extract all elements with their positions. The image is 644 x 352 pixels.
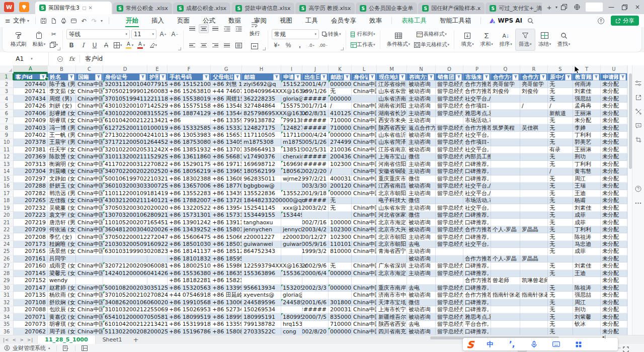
cell[interactable]: / (329, 103, 352, 110)
cell[interactable]: 110105200207165451 (103, 219, 147, 226)
cell[interactable]: 2000/7/5 (302, 313, 329, 320)
wps-ai-button[interactable]: WPS AI (489, 17, 522, 24)
selection-stats-icon[interactable] (63, 345, 69, 351)
cell[interactable]: 未分配 (601, 321, 627, 328)
filter-icon[interactable] (593, 74, 599, 80)
tools-icon[interactable] (634, 108, 642, 115)
cell[interactable]: 主动咨询 (407, 103, 436, 110)
filter-icon[interactable] (68, 74, 74, 80)
cell[interactable]: +86 1533258500 (211, 124, 242, 131)
cell[interactable] (491, 262, 520, 270)
row-header-18[interactable]: 18 (0, 197, 14, 204)
cell[interactable]: 未分配 (601, 153, 627, 160)
cell[interactable]: +86 13851932 (168, 146, 211, 153)
cell[interactable]: 被动咨询 (407, 292, 436, 299)
increase-decimal-button[interactable]: .0+ (306, 41, 316, 50)
cell[interactable] (491, 168, 520, 175)
align-center-button[interactable] (199, 41, 209, 50)
cell[interactable] (436, 248, 463, 255)
sogou-logo-icon[interactable]: S (466, 339, 474, 350)
filter-icon[interactable] (159, 74, 166, 80)
cell[interactable]: 2445895 (281, 299, 302, 306)
cell[interactable]: 无 (548, 292, 573, 299)
cell[interactable]: 500106199702210321 (103, 175, 147, 183)
cell[interactable]: 强思喆 (573, 95, 601, 102)
cell[interactable] (520, 161, 548, 168)
cell[interactable]: 湖南省长沙 (377, 110, 407, 117)
cell[interactable]: tanghaoxu (242, 219, 281, 226)
cell[interactable]: +86 1598680231 (211, 262, 242, 270)
cell[interactable]: 32010220020531242X (103, 146, 147, 153)
cell[interactable]: 留学总经办 (436, 292, 463, 299)
cell[interactable]: China中国 (76, 204, 103, 211)
cell[interactable]: +86 1971300890 (211, 161, 242, 168)
cell[interactable]: +86 18101832 (168, 255, 211, 262)
cell[interactable]: 207265 (14, 197, 48, 204)
cell[interactable]: 2001/9/18 (302, 190, 329, 197)
cell[interactable]: 北京市朝阳 (377, 190, 407, 197)
cell[interactable]: 成菲 (573, 212, 601, 219)
cell[interactable] (76, 255, 103, 262)
cell[interactable]: China中国 (76, 285, 103, 292)
cell[interactable] (281, 255, 302, 262)
percent-button[interactable]: % (283, 41, 293, 50)
cell[interactable]: 主动咨询 (407, 248, 436, 255)
cell[interactable]: 去电 (407, 285, 436, 292)
cell[interactable]: 合作项目- (463, 103, 491, 110)
cell[interactable]: 黄嘉仪 (女 (48, 313, 76, 320)
cell[interactable]: 成雨雯 (女 (48, 262, 76, 270)
cell[interactable]: 合作方推荐 (463, 88, 491, 95)
cell[interactable]: 未分配 (601, 146, 627, 153)
export-icon[interactable] (634, 94, 642, 101)
export-pdf-button[interactable] (49, 16, 59, 26)
cell[interactable]: 湖南省浏阳 (377, 103, 407, 110)
row-header-34[interactable]: 34 (0, 313, 14, 320)
cell[interactable] (329, 292, 352, 299)
cell[interactable]: 刘紫馨 (573, 313, 601, 320)
cell[interactable]: 天津市宝坻 (377, 299, 407, 306)
cell[interactable]: 未分配 (601, 88, 627, 95)
cell[interactable]: +86 周煜155380 (211, 95, 242, 102)
cell[interactable]: China中国 (352, 124, 377, 131)
cell[interactable]: 271302200004241013 (103, 132, 147, 139)
cell[interactable]: 上海市宝山 (377, 153, 407, 160)
cell[interactable]: 陈祖涛 (573, 233, 601, 240)
cell[interactable]: 207071 (14, 313, 48, 320)
cell[interactable]: +86 18099519 (168, 313, 211, 320)
cell[interactable]: +86 1850103098 (211, 241, 242, 248)
convert-button[interactable]: 转换▾ (320, 30, 342, 39)
menu-tab-插入[interactable]: 插入 (145, 14, 171, 27)
cell[interactable]: China中国 (352, 117, 377, 124)
cell[interactable]: +86 1343982452 (211, 190, 242, 197)
cell[interactable] (491, 204, 520, 211)
cell[interactable]: 主动咨询 (407, 168, 436, 175)
cell[interactable]: 口碑推荐, (463, 219, 491, 226)
column-header-E[interactable]: E (147, 65, 168, 73)
cell[interactable]: 1805621 (281, 168, 302, 175)
cell[interactable]: 山东省济南 (377, 95, 407, 102)
cell-style-button[interactable]: 单元格样式▾ (413, 40, 450, 49)
cell[interactable]: 未分配 (601, 285, 627, 292)
cell[interactable]: China中国 (352, 175, 377, 183)
fill-button[interactable]: 填充▾ (458, 29, 477, 51)
cell[interactable]: 留学总经办 (436, 124, 463, 131)
cell[interactable]: 市场活动,市 (463, 117, 491, 124)
cell[interactable]: 无 (548, 262, 573, 270)
row-header-9[interactable]: 9 (0, 132, 14, 139)
column-header-S[interactable]: S (548, 65, 573, 73)
cell[interactable] (329, 277, 352, 284)
row-header-3[interactable]: 3 (0, 88, 14, 95)
cell[interactable]: +86 1300682663 (211, 299, 242, 306)
row-header-21[interactable]: 21 (0, 219, 14, 226)
cell[interactable]: 江苏省南京 (377, 146, 407, 153)
cell[interactable]: 无 (329, 262, 352, 270)
cell[interactable]: 口碑推荐, (463, 299, 491, 306)
cell[interactable]: China中国 (352, 270, 377, 277)
cell[interactable]: 北京市海淀 (377, 270, 407, 277)
cell[interactable]: +86 1335925706 (211, 321, 242, 328)
docer-icon[interactable] (19, 2, 29, 12)
cell[interactable]: 未分配 (601, 139, 627, 146)
cell[interactable]: 207135 (14, 292, 48, 299)
cell[interactable]: 207223 (14, 212, 48, 219)
cell[interactable]: 王瑞 (573, 183, 601, 190)
